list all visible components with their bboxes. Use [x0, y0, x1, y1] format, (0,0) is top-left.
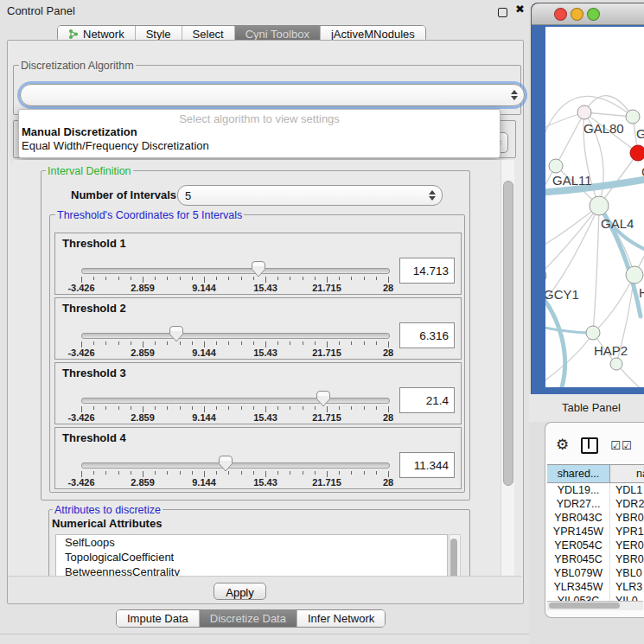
cell-name[interactable]: YBR0: [610, 511, 644, 525]
cell-name[interactable]: YDR2: [610, 497, 644, 511]
slider-thumb[interactable]: [252, 261, 265, 277]
threshold-value-field[interactable]: 6.316: [399, 322, 455, 348]
cell-shared-name[interactable]: YIL053C: [547, 594, 610, 601]
slider-track[interactable]: [81, 398, 390, 404]
slider-thumb[interactable]: [169, 326, 183, 342]
screen: Control Panel ✖ Network Style Select Cyn…: [0, 0, 644, 644]
float-window-icon[interactable]: [498, 8, 507, 17]
cell-shared-name[interactable]: YPR145W: [547, 525, 610, 539]
minor-tick: [155, 277, 156, 280]
network-node-GAL80[interactable]: [577, 105, 591, 119]
node-label: GAL11: [552, 173, 592, 188]
table-row[interactable]: YBL079WYBL0: [547, 566, 644, 580]
attribute-item[interactable]: BetweennessCentrality: [56, 564, 447, 576]
slider-thumb[interactable]: [219, 456, 233, 472]
table-row[interactable]: YIL053CYIL0: [547, 594, 644, 601]
cell-shared-name[interactable]: YDL19...: [547, 483, 610, 497]
cell-shared-name[interactable]: YBR045C: [547, 552, 610, 566]
attribute-item[interactable]: TopologicalCoefficient: [56, 550, 447, 564]
dropdown-option-manual[interactable]: Manual Discretization: [22, 125, 137, 138]
slider-track[interactable]: [81, 268, 390, 274]
split-columns-icon[interactable]: [581, 437, 598, 454]
cell-name[interactable]: YBL0: [610, 566, 644, 580]
attributes-list-scrollbar[interactable]: [449, 534, 461, 576]
algorithm-combobox[interactable]: [20, 84, 525, 106]
table-hscrollbar[interactable]: [547, 601, 643, 610]
minor-tick: [167, 277, 168, 280]
close-traffic-light[interactable]: [554, 8, 567, 21]
threshold-box: Threshold 1-3.4262.8599.14415.4321.71528…: [54, 233, 462, 295]
minor-tick: [155, 471, 156, 475]
checkbox-icons[interactable]: ☑☑: [610, 439, 632, 452]
cell-name[interactable]: YLR3: [610, 580, 644, 594]
network-node-node[interactable]: [610, 358, 622, 370]
cell-name[interactable]: YPR1: [610, 525, 644, 539]
minor-tick: [303, 341, 303, 345]
minor-tick: [192, 341, 193, 345]
network-canvas[interactable]: GAL80GACGAL11GAL4GCY1HHAP2: [545, 27, 644, 387]
major-tick: [204, 341, 205, 348]
network-node-GCY1[interactable]: [545, 268, 546, 284]
tab-discretize-data[interactable]: Discretize Data: [200, 610, 297, 627]
threshold-value-field[interactable]: 14.713: [399, 258, 455, 284]
cell-name[interactable]: YBR0: [610, 552, 644, 566]
dropdown-prompt[interactable]: Select algorithm to view settings: [19, 112, 500, 125]
cell-name[interactable]: YER0: [610, 539, 644, 552]
minor-tick: [93, 341, 94, 345]
tab-impute-data[interactable]: Impute Data: [117, 610, 200, 627]
node-label: GA: [636, 126, 644, 141]
network-node-HAP2[interactable]: [586, 326, 600, 340]
table-row[interactable]: YBR045CYBR0: [547, 552, 644, 566]
cell-name[interactable]: YDL1: [610, 483, 644, 497]
cell-shared-name[interactable]: YBR043C: [547, 511, 610, 525]
minor-tick: [118, 341, 119, 345]
combo-arrows-icon: [511, 90, 518, 100]
gear-icon[interactable]: ⚙: [556, 437, 569, 453]
slider-track[interactable]: [81, 333, 390, 339]
attributes-scrollbar-thumb[interactable]: [450, 539, 457, 576]
slider-thumb[interactable]: [316, 391, 330, 407]
tab-infer-network[interactable]: Infer Network: [297, 610, 385, 627]
cell-shared-name[interactable]: YDR27...: [547, 497, 610, 511]
major-tick: [327, 341, 328, 348]
tick-label: 9.144: [192, 412, 216, 423]
table-row[interactable]: YPR145WYPR1: [547, 525, 644, 539]
close-icon[interactable]: ✖: [515, 3, 525, 16]
threshold-label: Threshold 1: [62, 237, 126, 250]
table-hscrollbar-thumb[interactable]: [549, 603, 620, 609]
dropdown-option-equal-width[interactable]: Equal Width/Frequency Discretization: [22, 139, 209, 152]
attribute-item[interactable]: SelfLoops: [56, 535, 447, 550]
threshold-value-field[interactable]: 21.4: [399, 387, 455, 413]
minor-tick: [290, 406, 290, 410]
settings-scrollbar-thumb[interactable]: [503, 181, 513, 486]
apply-button[interactable]: Apply: [214, 583, 266, 600]
minimize-traffic-light[interactable]: [571, 8, 583, 21]
settings-scrollbar[interactable]: [501, 160, 514, 576]
network-node-GAL4[interactable]: [590, 196, 609, 215]
threshold-value-field[interactable]: 11.344: [399, 452, 455, 478]
zoom-traffic-light[interactable]: [587, 8, 600, 21]
network-window-titlebar[interactable]: [532, 3, 644, 25]
table-panel-bar: Table Panel: [529, 394, 644, 422]
table-row[interactable]: YDR27...YDR2: [547, 497, 644, 511]
minor-tick: [364, 277, 365, 280]
table-row[interactable]: YER054CYER0: [547, 539, 644, 552]
slider-track[interactable]: [81, 462, 390, 469]
network-node-GA[interactable]: [626, 110, 640, 124]
network-node-H[interactable]: [626, 266, 643, 284]
number-of-intervals-combobox[interactable]: 5: [177, 185, 443, 206]
table-row[interactable]: YBR043CYBR0: [547, 511, 644, 525]
cell-name[interactable]: YIL0: [610, 594, 644, 601]
minor-tick: [241, 341, 242, 345]
column-header-name[interactable]: na: [610, 465, 644, 482]
column-header-shared-name[interactable]: shared...: [547, 465, 610, 482]
network-node-GAL11[interactable]: [549, 159, 563, 173]
cell-shared-name[interactable]: YLR345W: [547, 580, 610, 594]
cell-shared-name[interactable]: YBL079W: [547, 566, 610, 580]
edge: [545, 206, 599, 276]
table-row[interactable]: YLR345WYLR3: [547, 580, 644, 594]
cell-shared-name[interactable]: YER054C: [547, 539, 610, 552]
table-row[interactable]: YDL19...YDL1: [547, 483, 644, 497]
network-node-red-node[interactable]: [630, 145, 644, 161]
minor-tick: [131, 277, 131, 280]
